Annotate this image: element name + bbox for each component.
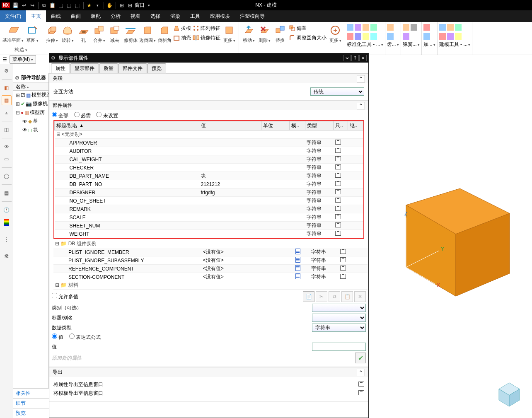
table-row[interactable]: NO_OF_SHEET字符串	[55, 197, 363, 205]
constraint-icon[interactable]: ⟁	[2, 108, 12, 118]
attributes-table-db[interactable]: ⊟ 📁 DB 组件实例 PLIST_IGNORE_MEMBER<没有值>字符串P…	[53, 240, 368, 290]
pattern-button[interactable]: 阵列特征	[193, 24, 220, 33]
menu-assembly[interactable]: 装配	[86, 10, 106, 22]
tab-attributes[interactable]: 属性	[51, 63, 70, 73]
title-alias-select[interactable]	[312, 314, 366, 322]
chamfer-button[interactable]: 倒斜角	[157, 24, 172, 43]
table-row[interactable]: WEIGHT字符串	[55, 230, 363, 238]
cut-icon[interactable]: ✂	[316, 291, 327, 302]
part-nav-icon[interactable]: ▦	[2, 95, 12, 105]
copy-icon[interactable]: ⧉	[329, 291, 340, 302]
save-icon[interactable]	[335, 198, 341, 203]
nav-node-camera[interactable]: ⊞✔📷摄像机	[13, 99, 48, 108]
table-row[interactable]: SHEET_NUM字符串	[55, 222, 363, 230]
tab-mass[interactable]: 质量	[99, 63, 118, 73]
table-row[interactable]: DB_PART_NAME块字符串	[55, 172, 363, 180]
mirror-button[interactable]: 镜像特征	[193, 33, 220, 42]
more-feature-button[interactable]: 更多	[222, 24, 236, 43]
gear-icon-2[interactable]	[387, 33, 394, 40]
save-icon[interactable]	[340, 257, 346, 262]
save-icon[interactable]	[335, 189, 341, 194]
category-none[interactable]: ⊟ <无类别>	[55, 130, 363, 139]
camera-icon[interactable]: ▭	[2, 154, 12, 164]
std-icon-8[interactable]	[370, 33, 377, 40]
gear-icon-1[interactable]	[387, 24, 394, 31]
footer-detail[interactable]: 细节	[13, 398, 49, 408]
std-icon-2[interactable]	[355, 24, 361, 31]
menu-file[interactable]: 文件(F)	[0, 10, 26, 22]
std-icon-6[interactable]	[355, 33, 361, 40]
category-db[interactable]: ⊟ 📁 DB 组件实例	[53, 240, 368, 248]
menu-view[interactable]: 视图	[126, 10, 145, 22]
model-cube[interactable]: Z Y X	[394, 168, 518, 300]
mod-icon-1[interactable]	[439, 24, 446, 31]
window-menu[interactable]: 窗口	[135, 2, 145, 9]
draft-button[interactable]: 拔模	[173, 24, 191, 33]
footer-preview[interactable]: 预览	[13, 408, 49, 418]
col-ro[interactable]: 只..	[334, 121, 348, 130]
menu-button[interactable]: 菜单(M) ▾	[10, 55, 36, 64]
render-icon[interactable]: ▤	[2, 188, 12, 198]
col-mod[interactable]: 模..	[290, 121, 305, 130]
extrude-button[interactable]: 拉伸	[45, 24, 59, 43]
radio-expr[interactable]: 表达式公式	[69, 334, 101, 340]
graphics-viewport[interactable]: Z Y X	[369, 64, 532, 418]
paste-icon[interactable]: 📋	[341, 291, 353, 302]
menu-curve[interactable]: 曲线	[46, 10, 66, 22]
star-icon[interactable]: ★	[86, 2, 93, 9]
save-icon[interactable]	[340, 266, 346, 271]
table-row[interactable]: CAL_WEIGHT字符串	[55, 155, 363, 164]
nav-node-modelview[interactable]: ⊞☑▦模型视图	[13, 91, 48, 99]
table-row[interactable]: DESIGNERfrfgdfg字符串	[55, 188, 363, 197]
save-icon[interactable]	[335, 164, 341, 169]
col-unit[interactable]: 单位	[261, 121, 290, 130]
section-association[interactable]: 关联⌃	[49, 73, 368, 83]
menu-select[interactable]: 选择	[145, 10, 165, 22]
gear-icon[interactable]: ⚙	[15, 75, 19, 81]
table-row[interactable]: SECTION-COMPONENT<没有值>字符串	[53, 273, 368, 281]
window-icon-2[interactable]: ⊟	[126, 2, 134, 9]
close-icon[interactable]: ✕	[359, 55, 367, 61]
category-select[interactable]	[312, 304, 366, 312]
unite-button[interactable]: 合并	[92, 24, 106, 43]
reuse-icon[interactable]: ◫	[2, 125, 12, 135]
interact-method-select[interactable]: 传统	[310, 87, 364, 96]
window-menu-drop[interactable]: ▾	[145, 2, 153, 9]
nav-column-name[interactable]: 名称 ▴	[13, 82, 48, 91]
add-row-icon[interactable]: 📄	[303, 291, 314, 302]
tab-display[interactable]: 显示部件	[70, 63, 99, 73]
spring-icon-3[interactable]	[403, 33, 409, 40]
col-value[interactable]: 值	[199, 121, 261, 130]
view-cube-icon[interactable]	[495, 381, 524, 410]
table-row[interactable]: DB_PART_NO2121212字符串	[55, 180, 363, 188]
std-icon-5[interactable]	[347, 33, 353, 40]
mod-icon-5[interactable]	[447, 33, 454, 40]
shell-button[interactable]: 抽壳	[173, 33, 191, 42]
export-info-icon[interactable]	[358, 382, 364, 388]
save-icon[interactable]	[335, 181, 341, 186]
color-icon[interactable]	[2, 217, 12, 227]
menu-tools[interactable]: 工具	[185, 10, 205, 22]
mod-icon-2[interactable]	[447, 24, 454, 31]
value-input[interactable]	[312, 343, 366, 351]
std-icon-7[interactable]	[363, 33, 369, 40]
std-icon-3[interactable]	[363, 24, 369, 31]
dropdown-icon[interactable]: ▾	[94, 2, 102, 9]
nav-node-history[interactable]: ⊟●▦模型历	[13, 108, 48, 117]
save-icon[interactable]	[335, 206, 341, 211]
trim-button[interactable]: 修剪体	[123, 24, 138, 43]
help-icon[interactable]: ?	[351, 55, 359, 61]
pin-icon[interactable]: ⫘	[343, 55, 351, 61]
clock-icon[interactable]: 🕐	[2, 205, 12, 215]
sketch-button[interactable]: 草图	[25, 24, 39, 43]
filter-required[interactable]: 必需	[74, 113, 91, 118]
edge-fillet-button[interactable]: 调整圆角大小	[289, 33, 326, 42]
assembly-nav-icon[interactable]: ◧	[2, 83, 12, 93]
datum-plane-button[interactable]: 基准平面	[2, 24, 24, 43]
redo-icon[interactable]: ↪	[29, 2, 36, 9]
undo-icon[interactable]: ↩	[20, 2, 28, 9]
tab-partfile[interactable]: 部件文件	[118, 63, 147, 73]
tb-icon-2[interactable]: ⬚	[65, 2, 73, 9]
col-title[interactable]: 标题/别名 ▲	[55, 121, 199, 130]
table-row[interactable]: SCALE字符串	[55, 213, 363, 222]
